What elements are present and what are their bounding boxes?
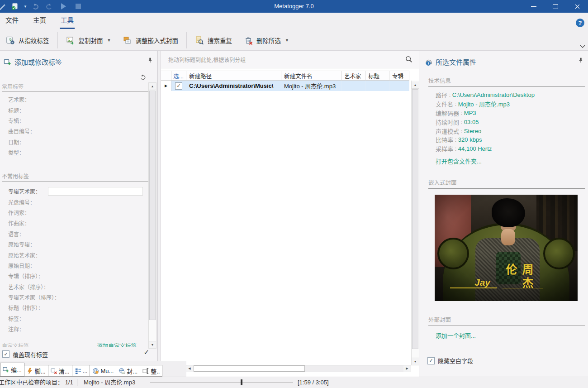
from-fingerprint-button[interactable]: 从指纹标签 (0, 32, 55, 49)
scroll-down-icon[interactable]: ▼ (149, 341, 156, 348)
tech-value: Mojito - 周杰伦.mp3 (458, 100, 510, 108)
bottom-tab-clear-tags[interactable]: 清... (48, 365, 72, 377)
pin-icon[interactable] (147, 57, 153, 63)
globe-image-icon (119, 368, 125, 374)
tech-label: 持续时间 (436, 118, 459, 126)
left-panel-header: 添加或修改标签 (4, 57, 62, 67)
column-header-artist[interactable]: 艺术家 (341, 71, 365, 81)
scrollbar-thumb[interactable] (149, 91, 156, 320)
adjust-embedded-cover-label: 调整嵌入式封面 (135, 36, 178, 45)
statusbar: 工作区中已检查的项目： 1/1 Mojito - 周杰伦.mp3 [1:59 /… (0, 377, 588, 388)
bottom-tab-edit-tags[interactable]: 编... (0, 363, 24, 377)
hide-empty-fields-checkbox[interactable]: ✓ (427, 357, 435, 364)
column-header-title[interactable]: 标题 (365, 71, 389, 81)
open-containing-folder-link[interactable]: 打开包含文件夹... (436, 157, 482, 165)
cell-artist (341, 81, 365, 91)
scroll-down-icon[interactable]: ▼ (412, 358, 419, 365)
tech-row-channel-mode: 声道模式 : Stereo (436, 126, 535, 135)
scrollbar-thumb[interactable] (194, 365, 305, 372)
delete-selected-button[interactable]: 删除所选▼ (238, 32, 295, 49)
field-track-number: 曲目编号： (0, 126, 147, 136)
bottom-tab-lists[interactable]: ... (72, 365, 90, 377)
toolbar-separator (186, 32, 187, 48)
tech-value: MP3 (464, 110, 476, 116)
tag-remove-icon (51, 368, 57, 374)
field-label: 原始专辑： (8, 240, 35, 248)
column-header-new-path[interactable]: 新建路径 (186, 71, 281, 81)
tab-file[interactable]: 文件 (5, 13, 19, 28)
right-panel-header: 所选文件属性 (425, 57, 476, 67)
minimize-button[interactable] (523, 0, 545, 13)
tech-label: 文件名 (436, 100, 453, 108)
playback-slider-track[interactable] (150, 383, 293, 383)
field-original-date: 原始日期： (0, 260, 147, 271)
dropdown-caret-icon: ▼ (107, 38, 111, 43)
ribbon-tab-bar: 文件主页工具 ? (0, 13, 588, 30)
field-label: 类型： (8, 148, 24, 156)
globe-icon (92, 368, 99, 374)
scrollbar-thumb[interactable] (412, 89, 418, 349)
apply-check-icon[interactable]: ✓ (143, 348, 149, 356)
column-header-album[interactable]: 专辑 (389, 71, 409, 81)
undo-field-icon[interactable] (140, 74, 147, 81)
album-artist-input[interactable] (48, 187, 143, 196)
tab-home[interactable]: 主页 (32, 13, 47, 28)
help-button[interactable]: ? (576, 19, 584, 27)
search-duplicates-button[interactable]: 搜索重复 (189, 32, 238, 49)
collapse-ribbon-chevron-icon[interactable] (579, 44, 586, 49)
field-comment: 注释： (0, 324, 147, 334)
field-album-sort: 专辑（排序）： (0, 271, 147, 281)
adjust-embedded-cover-button[interactable]: 调整嵌入式封面 (117, 32, 184, 49)
field-label: 曲目编号： (8, 127, 35, 135)
close-button[interactable] (566, 0, 588, 13)
scroll-left-icon[interactable]: ◀ (186, 365, 193, 372)
pin-icon[interactable] (578, 57, 584, 63)
bottom-tab-label: 编... (11, 365, 22, 374)
tech-value: 320 kbps (458, 136, 482, 143)
dropdown-caret-icon: ▼ (285, 38, 289, 43)
left-panel-title: 添加或修改标签 (14, 57, 62, 67)
fingerprint-tag-icon (6, 36, 15, 45)
tech-value: 03:05 (464, 119, 479, 125)
overwrite-tags-checkbox[interactable]: ✓ (2, 350, 9, 358)
scroll-right-icon[interactable]: ▶ (403, 365, 411, 372)
column-header-select[interactable]: 选... (171, 71, 186, 81)
file-list-vscrollbar[interactable]: ▲ ▼ (411, 81, 419, 365)
column-header-new-filename[interactable]: 新建文件名 (281, 71, 341, 81)
scroll-up-icon[interactable]: ▲ (412, 81, 419, 89)
field-language: 语言： (0, 229, 147, 239)
field-label: 标签： (8, 315, 24, 322)
copy-cover-button[interactable]: 复制封面▼ (60, 32, 117, 49)
field-label: 专辑： (8, 117, 24, 125)
field-label: 艺术家： (8, 96, 30, 103)
tech-row-bitrate: 比特率 : 320 kbps (436, 135, 535, 144)
field-artist: 艺术家： (0, 94, 147, 105)
bottom-tab-cover-search[interactable]: 封... (116, 365, 140, 377)
field-label: 注释： (8, 325, 24, 333)
field-original-album: 原始专辑： (0, 239, 147, 249)
maximize-button[interactable] (545, 0, 566, 13)
tech-label: 声道模式 (436, 127, 459, 135)
bottom-tab-organize[interactable]: 整.. (140, 365, 162, 377)
overwrite-tags-label: 覆盖现有标签 (13, 350, 48, 359)
group-by-bar[interactable]: 拖动列标题到此处,根据该列分组 (161, 51, 419, 68)
file-list-hscrollbar[interactable]: ◀ ▶ (185, 365, 411, 372)
row-checkbox[interactable]: ✓ (175, 82, 182, 90)
tag-plus-icon (4, 58, 12, 66)
table-row[interactable]: ▶✓C:\Users\Administrator\Music\Mojito - … (161, 81, 409, 91)
search-icon[interactable] (405, 55, 413, 63)
tab-tools[interactable]: 工具 (60, 13, 75, 29)
add-cover-link[interactable]: 添加一个封面... (436, 331, 476, 340)
field-album-artist-sort: 专辑艺术家（排序）： (0, 292, 147, 302)
script-icon (27, 368, 33, 374)
copy-cover-label: 复制封面 (79, 36, 103, 45)
scroll-up-icon[interactable]: ▲ (149, 83, 156, 90)
field-label: 标题： (8, 106, 24, 114)
section-external-cover: 外部封面 (428, 315, 585, 326)
playback-slider-handle[interactable] (241, 379, 242, 385)
bottom-tab-musicbrainz[interactable]: Mu... (90, 365, 116, 377)
bottom-tab-scripts[interactable]: 脚... (24, 365, 48, 377)
album-art-artist-text: 周杰伦 (503, 263, 535, 301)
left-panel-scrollbar[interactable]: ▲ ▼ (148, 82, 156, 349)
group-by-hint: 拖动列标题到此处,根据该列分组 (168, 56, 246, 63)
